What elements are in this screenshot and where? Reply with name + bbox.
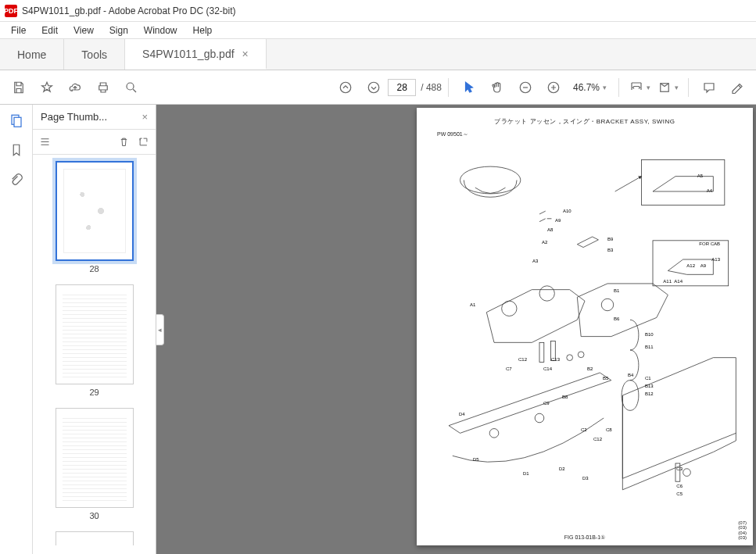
title-bar: PDF S4PW1011_gb.pdf - Adobe Acrobat Pro … (0, 0, 756, 22)
callout-label: C3 (676, 466, 683, 471)
callout-label: FOR CAB (699, 241, 720, 246)
svg-point-15 (535, 413, 544, 423)
zoom-in-button[interactable] (541, 75, 566, 100)
callout-label: C12 (518, 357, 527, 362)
tab-tools-label: Tools (81, 48, 107, 61)
callout-label: A3 (532, 259, 538, 263)
save-button[interactable] (6, 75, 31, 100)
fit-width-button[interactable] (627, 75, 652, 100)
revision-codes: (07) (03) (04) (03) (738, 520, 747, 541)
svg-point-14 (489, 429, 499, 438)
svg-point-8 (460, 166, 521, 194)
cloud-button[interactable] (63, 75, 88, 100)
svg-rect-7 (14, 117, 21, 127)
separator (688, 78, 689, 97)
page-number-input[interactable] (388, 79, 416, 96)
thumbnails-tab-icon[interactable] (7, 111, 26, 130)
svg-point-12 (539, 286, 554, 301)
close-panel-icon[interactable]: × (142, 111, 148, 123)
close-icon[interactable]: × (242, 48, 249, 60)
thumbnail-tools (33, 130, 156, 155)
comment-button[interactable] (697, 75, 722, 100)
svg-point-11 (502, 301, 517, 316)
callout-label: B9 (607, 237, 613, 241)
menu-view[interactable]: View (66, 23, 102, 38)
callout-label: D2 (559, 466, 565, 471)
selection-tool-button[interactable] (457, 75, 482, 100)
thumbnail-page[interactable] (56, 161, 134, 261)
menu-bar: File Edit View Sign Window Help (0, 22, 756, 39)
page-total-label: / 488 (421, 82, 442, 93)
callout-label: B1 (614, 288, 619, 293)
callout-label: A10 (563, 209, 571, 213)
thumbnail-page[interactable] (56, 408, 134, 508)
menu-help[interactable]: Help (185, 23, 220, 38)
thumbnail-label: 29 (33, 388, 156, 397)
callout-label: C12 (593, 437, 602, 441)
toolbar: / 488 46.7% (0, 70, 756, 105)
tab-home[interactable]: Home (0, 39, 64, 70)
find-button[interactable] (119, 75, 144, 100)
thumbnail-scroll[interactable]: 28 29 30 (33, 155, 156, 554)
svg-point-1 (341, 82, 352, 93)
callout-label: A9 (555, 218, 561, 223)
svg-point-18 (567, 355, 573, 361)
page-up-button[interactable] (333, 75, 358, 100)
callout-label: C5 (676, 491, 683, 496)
highlight-button[interactable] (725, 75, 750, 100)
callout-label: B5 (603, 376, 608, 381)
thumbnail-page[interactable] (56, 284, 134, 384)
thumbnail-label: 28 (33, 264, 156, 273)
svg-point-19 (578, 352, 584, 358)
callout-label: C2 (581, 427, 587, 432)
hand-tool-button[interactable] (485, 75, 510, 100)
callout-label: A11 (663, 279, 672, 284)
callout-label: B13 (645, 384, 654, 388)
separator (448, 78, 449, 97)
callout-label: A2 (542, 240, 547, 245)
zoom-level-dropdown[interactable]: 46.7% (568, 80, 612, 95)
callout-label: A13 (711, 257, 720, 262)
page-title: ブラケット アッセン，スイング・BRACKET ASSY, SWING (426, 117, 743, 126)
bookmark-tab-icon[interactable] (7, 141, 26, 159)
callout-label: C13 (551, 357, 560, 362)
svg-rect-16 (539, 342, 544, 362)
callout-label: C14 (543, 366, 552, 371)
thumb-rotate-button[interactable] (138, 136, 149, 148)
menu-sign[interactable]: Sign (102, 23, 136, 38)
window-title: S4PW1011_gb.pdf - Adobe Acrobat Pro DC (… (22, 5, 236, 16)
menu-edit[interactable]: Edit (34, 23, 66, 38)
attachment-tab-icon[interactable] (7, 170, 26, 189)
callout-label: B3 (607, 248, 613, 252)
menu-window[interactable]: Window (136, 23, 185, 38)
thumbnail-title: Page Thumb... (41, 111, 107, 123)
callout-label: B6 (614, 316, 619, 321)
thumb-delete-button[interactable] (118, 136, 130, 148)
callout-label: B10 (645, 332, 654, 337)
callout-label: A8 (547, 227, 553, 232)
thumb-options-button[interactable] (39, 136, 51, 148)
callout-label: A1 (470, 302, 475, 307)
callout-label: B2 (587, 366, 593, 371)
callout-label: C9 (543, 401, 550, 406)
svg-point-21 (683, 469, 691, 477)
main-body: Page Thumb... × 28 29 30 ◂ ブラケット アッセン，スイ… (0, 105, 756, 554)
document-area[interactable]: ◂ ブラケット アッセン，スイング・BRACKET ASSY, SWING PW… (156, 105, 756, 554)
menu-file[interactable]: File (3, 23, 34, 38)
thumbnail-panel: Page Thumb... × 28 29 30 (33, 105, 156, 554)
callout-label: A14 (674, 279, 683, 284)
technical-drawing: A5 A4 A10 A9 A8 A2 B9 B3 A3 FOR CAB A13 … (426, 140, 743, 515)
tab-tools[interactable]: Tools (64, 39, 125, 70)
callout-label: B8 (562, 395, 568, 399)
collapse-panel-handle[interactable]: ◂ (156, 314, 164, 345)
page-down-button[interactable] (361, 75, 386, 100)
svg-point-13 (601, 298, 613, 310)
rev-code: (07) (738, 520, 747, 526)
page-display-button[interactable] (655, 75, 680, 100)
thumbnail-page[interactable] (56, 531, 134, 545)
tab-document[interactable]: S4PW1011_gb.pdf × (125, 39, 267, 70)
print-button[interactable] (91, 75, 116, 100)
star-button[interactable] (34, 75, 59, 100)
thumbnail-label: 30 (33, 511, 156, 520)
zoom-out-button[interactable] (513, 75, 538, 100)
